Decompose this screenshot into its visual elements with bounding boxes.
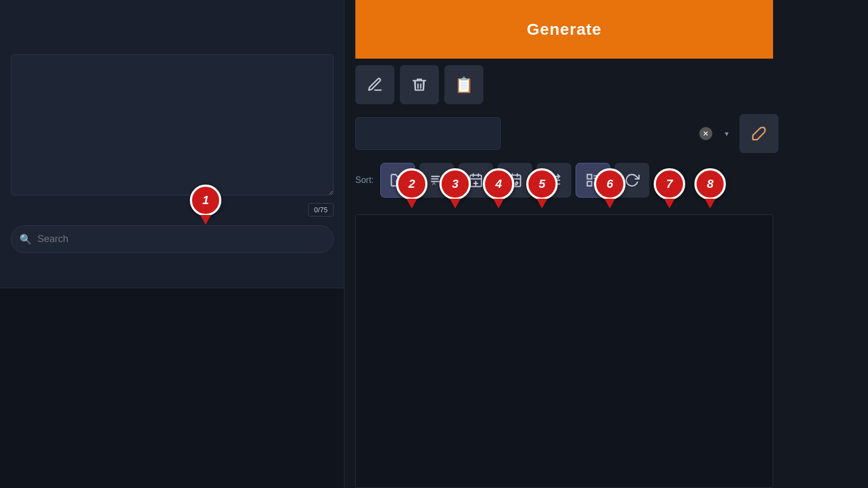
pin-4: 4: [483, 168, 514, 208]
right-search-input[interactable]: [355, 117, 501, 150]
pin-1-tail: [200, 215, 211, 225]
bottom-panel-right: [355, 214, 773, 488]
pin-5-tail: [537, 199, 547, 208]
clipboard-icon: 📋: [455, 76, 474, 94]
pin-4-tail: [493, 199, 504, 208]
pin-8: 8: [694, 168, 726, 208]
pin-4-circle: 4: [483, 168, 514, 200]
char-counter: 0/75: [308, 203, 334, 217]
search-input-row: ✕ ▾: [355, 114, 778, 153]
pin-7: 7: [654, 168, 685, 208]
search-icon: 🔍: [20, 233, 31, 245]
bottom-panel-left: [0, 288, 344, 488]
right-panel: Generate 📋: [355, 0, 868, 488]
pin-7-tail: [664, 199, 675, 208]
pin-8-circle: 8: [694, 168, 726, 200]
right-search-container: ✕ ▾: [355, 117, 734, 150]
chevron-down-icon: ▾: [725, 129, 729, 138]
search-input[interactable]: [11, 225, 334, 253]
delete-button[interactable]: [400, 65, 439, 104]
clipboard-button[interactable]: 📋: [444, 65, 483, 104]
textarea-wrapper: 0/75: [11, 54, 334, 198]
pin-6-circle: 6: [594, 168, 626, 200]
sort-label: Sort:: [355, 175, 374, 185]
toolbar-row: 📋: [355, 65, 483, 104]
search-bar-container: 🔍: [11, 225, 334, 253]
pin-5-circle: 5: [526, 168, 558, 200]
pin-2-tail: [406, 199, 417, 208]
pin-6-tail: [604, 199, 615, 208]
pin-3: 3: [439, 168, 471, 208]
pin-1: 1: [190, 185, 221, 225]
main-textarea[interactable]: [11, 54, 334, 195]
pin-1-circle: 1: [190, 185, 221, 216]
textarea-container: 0/75: [11, 54, 334, 198]
pin-5: 5: [526, 168, 558, 208]
svg-text:A: A: [432, 181, 436, 186]
pin-3-circle: 3: [439, 168, 471, 200]
clear-button[interactable]: ✕: [699, 127, 712, 140]
search-bar-wrapper: 🔍: [11, 225, 334, 253]
pin-6: 6: [594, 168, 626, 208]
pin-2-circle: 2: [396, 168, 427, 200]
edit-button[interactable]: [355, 65, 394, 104]
svg-rect-23: [587, 181, 591, 186]
pin-2: 2: [396, 168, 427, 208]
pin-8-tail: [705, 199, 716, 208]
svg-rect-22: [587, 175, 591, 179]
generate-button[interactable]: Generate: [355, 0, 773, 59]
close-icon: ✕: [703, 129, 709, 138]
pin-3-tail: [450, 199, 461, 208]
dropdown-arrow-button[interactable]: ▾: [725, 129, 729, 138]
pin-7-circle: 7: [654, 168, 685, 200]
brush-button[interactable]: [739, 114, 778, 153]
